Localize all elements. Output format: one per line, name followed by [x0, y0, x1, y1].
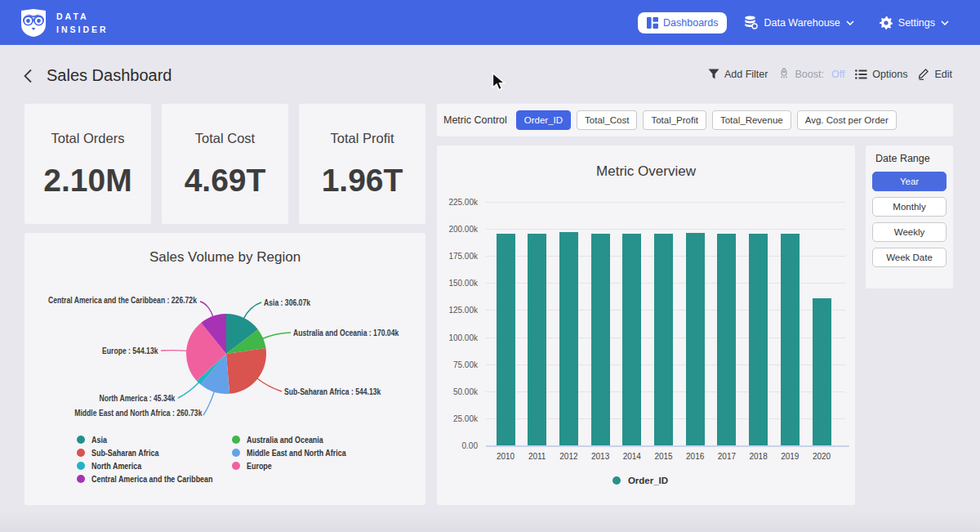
- x-axis-tick: 2019: [773, 452, 806, 461]
- pie-legend-item: Asia: [77, 435, 109, 445]
- legend-label: Europe: [247, 461, 272, 471]
- options-button[interactable]: Options: [855, 69, 907, 80]
- metric-button-total-cost[interactable]: Total_Cost: [577, 110, 637, 130]
- y-axis-tick: 0.00: [437, 441, 478, 450]
- chevron-down-icon: [846, 20, 854, 25]
- edit-button[interactable]: Edit: [918, 68, 952, 80]
- bar-2017[interactable]: [717, 234, 736, 445]
- range-button-monthly[interactable]: Monthly: [872, 197, 947, 217]
- bar-2015[interactable]: [654, 234, 673, 445]
- range-button-year[interactable]: Year: [872, 172, 947, 191]
- metric-button-avg-cost-per-order[interactable]: Avg. Cost per Order: [797, 110, 897, 130]
- bar-chart-legend: Order_ID: [437, 476, 855, 485]
- pie-legend-item: North America: [77, 461, 150, 471]
- y-axis-tick: 125.00k: [437, 306, 478, 315]
- legend-label: Australia and Oceania: [247, 435, 323, 445]
- pie-leader-line: [261, 333, 291, 339]
- pie-slice-sub-saharan-africa[interactable]: [226, 348, 266, 394]
- pie-leader-line: [200, 302, 213, 318]
- legend-dot: [77, 449, 85, 457]
- kpi-card-total-profit: Total Profit 1.96T: [299, 104, 425, 224]
- dashboard-grid-icon: [647, 17, 658, 29]
- boost-label: Boost:: [795, 69, 823, 80]
- bar-2010[interactable]: [497, 234, 515, 445]
- pie-legend-item: Europe: [232, 461, 276, 471]
- legend-label: Central America and the Caribbean: [91, 474, 212, 484]
- pie-leader-line: [161, 351, 188, 351]
- legend-label: Sub-Saharan Africa: [91, 448, 159, 458]
- bar-2012[interactable]: [559, 232, 578, 445]
- y-axis-tick: 225.00k: [437, 198, 478, 207]
- x-axis-tick: 2011: [521, 452, 554, 461]
- add-filter-label: Add Filter: [724, 69, 768, 80]
- x-axis-tick: 2013: [584, 452, 617, 461]
- metric-button-total-profit[interactable]: Total_Profit: [643, 110, 706, 130]
- x-axis-tick: 2014: [616, 452, 648, 461]
- x-axis-tick: 2017: [710, 452, 743, 461]
- boost-state: Off: [831, 69, 844, 80]
- bar-2011[interactable]: [528, 234, 546, 445]
- date-range-title: Date Range: [875, 153, 953, 164]
- pie-label-australia-and-oceania: Australia and Oceania : 170.04k: [293, 328, 399, 338]
- legend-dot: [232, 449, 240, 457]
- metric-control-label: Metric Control: [443, 114, 507, 126]
- nav-dashboards-button[interactable]: Dashboards: [638, 12, 727, 34]
- metric-overview-card: 0.0025.00k50.00k75.00k100.00k125.00k150.…: [437, 145, 855, 505]
- gridline: [486, 229, 845, 230]
- kpi-label: Total Profit: [299, 131, 425, 146]
- legend-dot: [612, 476, 621, 485]
- bar-2019[interactable]: [781, 234, 800, 445]
- legend-label: Middle East and North Africa: [247, 448, 346, 458]
- nav-settings-label: Settings: [898, 17, 935, 29]
- metric-button-total-revenue[interactable]: Total_Revenue: [712, 110, 791, 130]
- nav-data-warehouse[interactable]: Data Warehouse: [744, 16, 853, 29]
- range-button-weekly[interactable]: Weekly: [872, 222, 947, 242]
- nav-settings[interactable]: Settings: [880, 16, 949, 29]
- legend-dot: [232, 436, 240, 444]
- legend-dot: [77, 436, 85, 444]
- pie-leader-line: [203, 391, 215, 415]
- add-filter-button[interactable]: Add Filter: [708, 69, 768, 80]
- kpi-card-total-orders: Total Orders 2.10M: [24, 104, 151, 224]
- pie-legend-item: Sub-Saharan Africa: [77, 448, 171, 458]
- gear-icon: [880, 16, 893, 29]
- pie-leader-line: [256, 378, 282, 391]
- options-list-icon: [855, 69, 867, 79]
- metric-button-order-id[interactable]: Order_ID: [516, 110, 571, 130]
- bar-2014[interactable]: [622, 234, 641, 445]
- pencil-icon: [918, 68, 929, 80]
- pie-leader-line: [243, 302, 261, 320]
- pie-legend-item: Middle East and North Africa: [232, 448, 363, 458]
- x-axis-tick: 2018: [742, 452, 775, 461]
- pie-leader-line: [178, 382, 199, 398]
- x-axis-tick: 2016: [679, 452, 711, 461]
- y-axis-tick: 200.00k: [437, 225, 478, 234]
- kpi-card-total-cost: Total Cost 4.69T: [162, 104, 288, 224]
- back-icon[interactable]: [23, 69, 33, 83]
- y-axis-tick: 75.00k: [437, 360, 478, 369]
- pie-label-north-america: North America : 45.34k: [99, 393, 175, 403]
- brand-line1: DATA: [56, 10, 109, 23]
- x-axis-tick: 2015: [648, 452, 680, 461]
- bar-2013[interactable]: [591, 234, 610, 445]
- boost-toggle[interactable]: Boost:Off: [778, 68, 844, 80]
- nav-data-warehouse-label: Data Warehouse: [764, 17, 840, 29]
- y-axis-tick: 25.00k: [437, 414, 478, 423]
- date-range-panel: Date Range YearMonthlyWeeklyWeek Date: [866, 145, 953, 288]
- pie-label-middle-east-and-north-africa: Middle East and North Africa : 260.73k: [74, 408, 202, 418]
- x-axis-tick: 2020: [805, 452, 838, 461]
- filter-icon: [708, 69, 719, 79]
- pie-label-europe: Europe : 544.13k: [102, 346, 158, 355]
- legend-dot: [77, 475, 85, 483]
- mouse-cursor: [492, 72, 506, 92]
- legend-label: Order_ID: [628, 476, 668, 485]
- bar-2020[interactable]: [813, 298, 831, 445]
- brand-line2: INSIDER: [56, 23, 109, 36]
- bar-2018[interactable]: [749, 234, 768, 445]
- bar-2016[interactable]: [686, 233, 705, 445]
- legend-label: North America: [91, 461, 141, 471]
- range-button-week-date[interactable]: Week Date: [872, 248, 947, 267]
- x-axis-line: [486, 445, 849, 447]
- options-label: Options: [872, 69, 907, 80]
- brand-text: DATA INSIDER: [56, 10, 109, 36]
